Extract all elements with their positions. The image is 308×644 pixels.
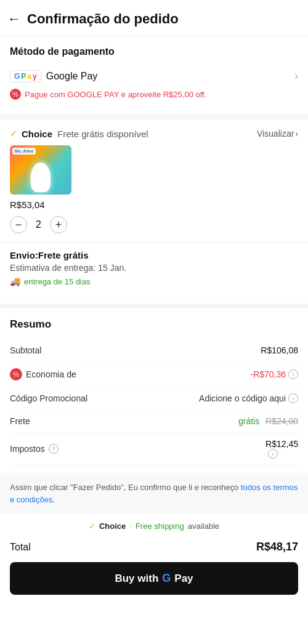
payment-name: Google Pay xyxy=(46,71,98,82)
gpay-button-logo: G xyxy=(162,572,171,585)
total-row: Total R$48,17 xyxy=(10,537,298,562)
frete-original-text: R$24,00 xyxy=(265,416,298,426)
product-price: R$53,04 xyxy=(10,199,298,210)
choice-footer-check: ✓ xyxy=(89,521,95,531)
economia-row: % Economia de -R$70,36 i xyxy=(10,362,298,387)
promo-info-icon: › xyxy=(288,393,298,403)
impostos-value: R$12,45 › xyxy=(265,439,298,459)
available-text: available xyxy=(188,521,219,531)
product-bulb xyxy=(31,163,51,192)
g-icon-green: P xyxy=(21,72,26,81)
economia-value: -R$70,36 i xyxy=(250,369,298,379)
promo-icon: % xyxy=(10,89,21,100)
product-image: Mc Afee xyxy=(10,145,71,195)
header: ← Confirmação do pedido xyxy=(0,0,308,36)
shipping-estimate: Estimativa de entrega: 15 Jan. xyxy=(10,263,298,273)
g-icon-red: y xyxy=(33,72,37,81)
page-title: Confirmação do pedido xyxy=(27,11,179,27)
visualizar-label: Visualizar xyxy=(257,129,294,139)
quantity-value: 2 xyxy=(36,219,41,230)
total-label: Total xyxy=(10,542,31,553)
buy-label: Buy with xyxy=(115,573,158,585)
subtotal-label: Subtotal xyxy=(10,345,41,355)
visualizar-button[interactable]: Visualizar › xyxy=(257,129,298,139)
frete-label: Frete xyxy=(10,416,30,426)
quantity-row: − 2 + xyxy=(10,216,298,233)
buy-button[interactable]: Buy with G Pay xyxy=(10,562,298,595)
g-icon-blue: G xyxy=(14,72,20,81)
product-section: Mc Afee R$53,04 − 2 + xyxy=(0,145,308,233)
choice-badge-text: Choice xyxy=(22,129,52,139)
shipping-title: Envio:Frete grátis xyxy=(10,250,298,260)
impostos-info-icon[interactable]: ? xyxy=(49,444,59,454)
choice-footer-text: Choice xyxy=(99,521,126,531)
dot-separator: · xyxy=(129,521,132,531)
free-shipping-text: Free shipping xyxy=(136,521,184,531)
choice-footer: ✓Choice · Free shipping available xyxy=(10,521,298,531)
section-divider-1 xyxy=(0,115,308,119)
summary-section: Resumo Subtotal R$106,08 % Economia de -… xyxy=(0,308,308,465)
choice-left: ✓Choice Frete grátis disponível xyxy=(10,128,148,139)
frete-row: Frete grátis R$24,00 xyxy=(10,410,298,433)
footer-section: ✓Choice · Free shipping available Total … xyxy=(0,514,308,595)
pay-label: Pay xyxy=(174,573,193,585)
promo-notice: % Pague com GOOGLE PAY e aproveite R$25,… xyxy=(10,86,298,107)
economia-icon: % xyxy=(10,368,22,380)
total-value: R$48,17 xyxy=(256,541,298,553)
shipping-days: 🚚 entrega de 15 dias xyxy=(10,276,298,286)
product-image-badge: Mc Afee xyxy=(12,148,36,155)
economia-label: % Economia de xyxy=(10,368,76,380)
economia-info-icon[interactable]: i xyxy=(288,369,298,379)
payment-method-left: GPay Google Pay xyxy=(10,70,97,83)
quantity-increase-button[interactable]: + xyxy=(50,216,67,233)
promo-add-link[interactable]: Adicione o código aqui › xyxy=(199,393,298,403)
payment-section-label: Método de pagamento xyxy=(10,46,298,57)
gpay-badge: GPay xyxy=(10,70,41,83)
choice-row: ✓Choice Frete grátis disponível Visualiz… xyxy=(0,119,308,145)
truck-icon: 🚚 xyxy=(10,276,20,286)
quantity-decrease-button[interactable]: − xyxy=(10,216,27,233)
choice-shipping-text: Frete grátis disponível xyxy=(57,129,148,139)
impostos-right-icon: › xyxy=(268,449,278,459)
badge-icon: Mc Afee xyxy=(15,148,33,154)
summary-title: Resumo xyxy=(10,318,298,331)
promo-row[interactable]: Código Promocional Adicione o código aqu… xyxy=(10,387,298,410)
promo-text: Pague com GOOGLE PAY e aproveite R$25,00… xyxy=(25,90,206,99)
terms-text: Assim que clicar "Fazer Pedido", Eu conf… xyxy=(10,483,298,504)
gpay-g-blue: G xyxy=(162,572,171,585)
g-icon-yellow: a xyxy=(27,72,31,81)
shipping-info: Envio:Frete grátis Estimativa de entrega… xyxy=(0,242,308,296)
back-button[interactable]: ← xyxy=(7,11,21,27)
chevron-right-icon: › xyxy=(294,70,298,83)
choice-checkmark: ✓ xyxy=(10,128,18,139)
terms-section: Assim que clicar "Fazer Pedido", Eu conf… xyxy=(0,473,308,514)
visualizar-chevron: › xyxy=(295,129,298,139)
subtotal-value: R$106,08 xyxy=(261,345,298,355)
shipping-days-text: entrega de 15 dias xyxy=(24,277,91,286)
frete-gratis-text: grátis xyxy=(238,416,259,426)
payment-section: Método de pagamento GPay Google Pay › % … xyxy=(0,36,308,107)
impostos-label: Impostos ? xyxy=(10,444,59,454)
payment-method-row[interactable]: GPay Google Pay › xyxy=(10,65,298,86)
section-divider-2 xyxy=(0,304,308,308)
frete-value: grátis R$24,00 xyxy=(238,416,298,426)
promo-label: Código Promocional xyxy=(10,393,87,403)
subtotal-row: Subtotal R$106,08 xyxy=(10,339,298,362)
impostos-row: Impostos ? R$12,45 › xyxy=(10,433,298,465)
